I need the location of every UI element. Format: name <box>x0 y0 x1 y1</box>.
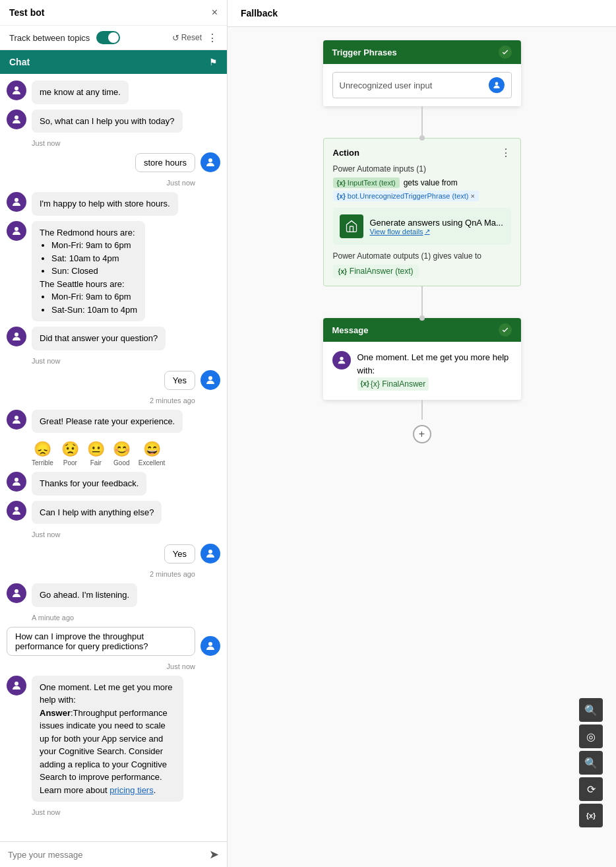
svg-point-14 <box>495 82 498 85</box>
rating-label-excellent: Excellent <box>139 459 166 466</box>
trigger-phrases-card: Trigger Phrases Unrecognized user input <box>323 40 521 106</box>
timestamp-right: 2 minutes ago <box>7 397 195 404</box>
chat-body[interactable]: me know at any time. So, what can I help… <box>0 74 227 841</box>
action-card: Action ⋮ Power Automate inputs (1) {x} I… <box>323 138 521 286</box>
bot-avatar <box>7 192 26 212</box>
list-item: Yes <box>7 370 220 390</box>
bot-bubble: One moment. Let me get you more help wit… <box>32 676 183 802</box>
trigger-person-icon <box>489 77 505 93</box>
reset-button[interactable]: ↺ Reset <box>172 33 202 43</box>
message-card-title: Message <box>332 325 369 335</box>
user-avatar <box>200 152 220 172</box>
list-item: The Redmond hours are: Mon-Fri: 9am to 6… <box>7 221 220 322</box>
svg-point-12 <box>208 642 212 646</box>
list-item: Did that answer your question? <box>7 327 220 350</box>
target-button[interactable]: ◎ <box>579 724 603 748</box>
rating-label-fair: Fair <box>90 459 102 466</box>
svg-point-2 <box>208 158 212 162</box>
action-title-row: Action ⋮ <box>333 146 511 159</box>
svg-point-6 <box>208 376 212 380</box>
add-step-button[interactable]: + <box>413 425 431 443</box>
svg-point-5 <box>15 333 18 337</box>
generate-title: Generate answers using QnA Ma... <box>370 218 503 228</box>
rating-poor[interactable]: 😟 Poor <box>61 441 79 466</box>
var-tag-text: {x} FinalAnswer <box>371 378 425 390</box>
rating-terrible[interactable]: 😞 Terrible <box>32 441 53 466</box>
chat-input-area: ➤ <box>0 841 227 867</box>
bot-bubble: So, what can I help you with today? <box>32 110 183 133</box>
timestamp: Just now <box>32 808 220 816</box>
svg-point-15 <box>340 357 343 360</box>
title-bar: Test bot × <box>0 0 227 26</box>
track-toggle[interactable] <box>96 31 120 44</box>
chat-flag-icon[interactable]: ⚑ <box>209 57 218 67</box>
trigger-card-header: Trigger Phrases <box>323 40 521 64</box>
generate-icon <box>340 214 363 238</box>
bot-avatar <box>7 583 26 603</box>
trigger-phrase-tag-text: bot.UnrecognizedTriggerPhrase (text) <box>348 192 469 200</box>
left-panel: Test bot × Track between topics ↺ Reset … <box>0 0 228 867</box>
close-button[interactable]: × <box>212 7 218 18</box>
view-flow-link[interactable]: View flow details ↗ <box>370 228 503 236</box>
zoom-in-button[interactable]: 🔍 <box>579 698 603 722</box>
list-item: How can I improve the throughput perform… <box>7 627 220 656</box>
final-answer-text: FinalAnswer (text) <box>350 267 414 276</box>
title-bar-title: Test bot <box>9 7 44 18</box>
rating-icon-good: 😊 <box>113 441 131 458</box>
svg-point-7 <box>15 416 18 420</box>
bot-bubble: me know at any time. <box>32 80 129 104</box>
gets-value-label: gets value from <box>404 178 458 187</box>
timestamp-right: Just now <box>7 662 195 670</box>
bot-avatar <box>7 221 26 241</box>
bot-avatar <box>7 80 26 100</box>
bot-avatar <box>7 327 26 346</box>
zoom-out-button[interactable]: 🔍 <box>579 751 603 775</box>
svg-point-3 <box>15 198 18 202</box>
chat-input[interactable] <box>8 850 204 860</box>
list-item: Thanks for your feedback. <box>7 472 220 496</box>
bot-bubble: Go ahead. I'm listening. <box>32 583 137 607</box>
timestamp: Just now <box>32 357 220 365</box>
bot-bubble: Did that answer your question? <box>32 327 166 350</box>
timestamp: Just now <box>32 530 220 538</box>
user-bubble: How can I improve the throughput perform… <box>7 627 195 656</box>
bot-bubble: The Redmond hours are: Mon-Fri: 9am to 6… <box>32 221 145 322</box>
svg-point-4 <box>15 227 18 231</box>
trigger-card-body: Unrecognized user input <box>323 64 521 106</box>
svg-point-1 <box>15 115 18 119</box>
reset-label: Reset <box>181 33 202 42</box>
bottom-toolbar: 🔍 ◎ 🔍 ⟳ {x} <box>579 698 603 827</box>
action-title: Action <box>333 148 359 158</box>
rating-icon-poor: 😟 <box>61 441 79 458</box>
chat-header: Chat ⚑ <box>0 50 227 74</box>
more-button[interactable]: ⋮ <box>207 32 218 44</box>
pa-inputs-label: Power Automate inputs (1) <box>333 164 511 174</box>
rating-label-poor: Poor <box>63 459 77 466</box>
message-card-header: Message <box>323 318 521 342</box>
action-more-button[interactable]: ⋮ <box>501 146 511 159</box>
rating-good[interactable]: 😊 Good <box>113 441 131 466</box>
tag-remove-button[interactable]: × <box>470 192 474 200</box>
toolbar-right: ↺ Reset ⋮ <box>172 32 218 44</box>
send-button[interactable]: ➤ <box>209 847 219 862</box>
message-card: Message One moment. Let me get you more … <box>323 318 521 400</box>
list-item: me know at any time. <box>7 80 220 104</box>
svg-point-9 <box>15 507 18 511</box>
svg-point-11 <box>15 589 18 593</box>
list-item: Go ahead. I'm listening. <box>7 583 220 607</box>
list-item: I'm happy to help with store hours. <box>7 192 220 216</box>
add-button-row: + <box>413 425 431 443</box>
refresh-button[interactable]: ⟳ <box>579 777 603 801</box>
pricing-tiers-link[interactable]: pricing tiers <box>109 785 153 795</box>
pa-row: {x} InputText (text) gets value from <box>333 177 511 188</box>
bot-avatar <box>7 410 26 430</box>
list-item: Can I help with anything else? <box>7 501 220 525</box>
rating-excellent[interactable]: 😄 Excellent <box>139 441 166 466</box>
timestamp: Just now <box>32 139 220 147</box>
rating-fair[interactable]: 😐 Fair <box>87 441 105 466</box>
message-check-badge <box>499 323 512 337</box>
timestamp-right: 2 minutes ago <box>7 570 195 578</box>
variable-button[interactable]: {x} <box>579 804 603 827</box>
svg-point-8 <box>15 478 18 482</box>
trigger-input[interactable]: Unrecognized user input <box>332 72 512 98</box>
